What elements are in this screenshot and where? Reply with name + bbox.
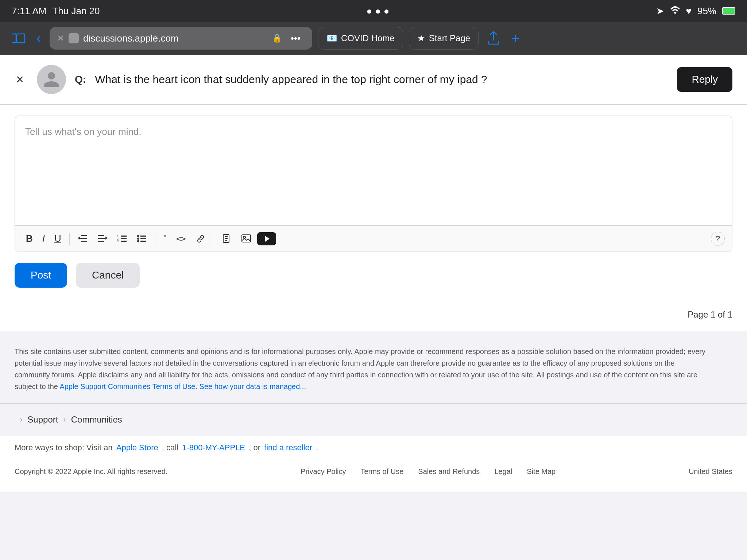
breadcrumb: › Support › Communities bbox=[15, 415, 732, 425]
post-button[interactable]: Post bbox=[15, 263, 67, 288]
svg-point-19 bbox=[137, 235, 139, 237]
svg-rect-12 bbox=[121, 241, 127, 242]
svg-rect-4 bbox=[81, 241, 87, 242]
start-page-label: Start Page bbox=[429, 33, 470, 43]
reseller-link[interactable]: find a reseller bbox=[264, 443, 312, 452]
terms-link[interactable]: Apple Support Communities Terms of Use bbox=[59, 382, 195, 390]
copyright-text: Copyright © 2022 Apple Inc. All rights r… bbox=[15, 467, 167, 476]
ordered-list-button[interactable]: 1. 2. 3. bbox=[113, 232, 131, 246]
close-tab-icon[interactable]: ✕ bbox=[57, 33, 64, 43]
support-breadcrumb[interactable]: Support bbox=[27, 415, 58, 425]
svg-point-20 bbox=[137, 237, 139, 240]
user-avatar bbox=[37, 65, 66, 94]
site-icon bbox=[69, 33, 79, 43]
status-bar: 7:11 AM Thu Jan 20 ●●● ➤ ♥ 95% bbox=[0, 0, 747, 22]
text-editor: B I U bbox=[15, 116, 732, 252]
back-button[interactable]: ‹ bbox=[34, 28, 44, 49]
lock-icon: 🔒 bbox=[272, 34, 282, 43]
data-managed-link[interactable]: See how your data is managed... bbox=[200, 382, 306, 390]
svg-rect-17 bbox=[140, 238, 146, 239]
svg-rect-26 bbox=[242, 235, 251, 242]
covid-bookmark-button[interactable]: 📧 COVID Home bbox=[318, 27, 403, 50]
location-icon: ➤ bbox=[656, 5, 664, 17]
chevron-icon-1: › bbox=[20, 415, 22, 424]
svg-marker-5 bbox=[78, 237, 80, 240]
svg-point-21 bbox=[137, 240, 139, 242]
sales-refunds-link[interactable]: Sales and Refunds bbox=[418, 467, 480, 476]
separator-1 bbox=[69, 233, 70, 245]
outdent-button[interactable] bbox=[74, 232, 92, 246]
svg-rect-1 bbox=[16, 34, 25, 43]
privacy-policy-link[interactable]: Privacy Policy bbox=[301, 467, 346, 476]
question-text: What is the heart icon that suddenly app… bbox=[95, 72, 668, 87]
reply-form: B I U bbox=[0, 105, 747, 299]
indent-button[interactable] bbox=[94, 232, 111, 246]
sidebar-toggle-button[interactable] bbox=[9, 30, 28, 47]
pagination: Page 1 of 1 bbox=[0, 299, 747, 331]
attachment-button[interactable] bbox=[218, 231, 235, 247]
svg-rect-8 bbox=[98, 241, 104, 242]
italic-button[interactable]: I bbox=[39, 230, 49, 247]
page-content: × Q: What is the heart icon that suddenl… bbox=[0, 55, 747, 492]
covid-label: COVID Home bbox=[341, 33, 395, 43]
battery-display: 95% bbox=[697, 5, 716, 17]
status-bar-left: 7:11 AM Thu Jan 20 bbox=[12, 5, 100, 17]
unordered-list-button[interactable] bbox=[133, 232, 151, 246]
heart-status-icon: ♥ bbox=[686, 5, 692, 17]
separator-3 bbox=[214, 233, 214, 245]
site-map-link[interactable]: Site Map bbox=[527, 467, 556, 476]
phone-link[interactable]: 1-800-MY-APPLE bbox=[182, 443, 245, 452]
video-button[interactable] bbox=[257, 232, 276, 245]
wifi-icon bbox=[670, 5, 680, 17]
svg-rect-6 bbox=[98, 235, 104, 236]
chevron-icon-2: › bbox=[63, 415, 66, 424]
footer-links: Privacy Policy Terms of Use Sales and Re… bbox=[301, 467, 556, 476]
time-display: 7:11 AM bbox=[12, 5, 46, 17]
underline-button[interactable]: U bbox=[51, 230, 65, 247]
page-options-button[interactable]: ••• bbox=[286, 31, 305, 46]
form-actions: Post Cancel bbox=[15, 263, 732, 288]
covid-icon: 📧 bbox=[326, 33, 337, 43]
svg-rect-18 bbox=[140, 241, 146, 242]
battery-icon bbox=[722, 7, 735, 15]
quote-button[interactable]: " bbox=[160, 230, 170, 247]
disclaimer-text: This site contains user submitted conten… bbox=[15, 346, 708, 392]
question-header: × Q: What is the heart icon that suddenl… bbox=[0, 55, 747, 105]
url-display[interactable]: discussions.apple.com bbox=[83, 33, 268, 44]
country-text: United States bbox=[689, 467, 732, 476]
footer-shopping: More ways to shop: Visit an Apple Store … bbox=[0, 436, 747, 460]
reply-button[interactable]: Reply bbox=[677, 67, 732, 92]
svg-rect-7 bbox=[98, 238, 105, 239]
terms-of-use-link[interactable]: Terms of Use bbox=[361, 467, 404, 476]
cancel-button[interactable]: Cancel bbox=[76, 263, 140, 288]
communities-breadcrumb[interactable]: Communities bbox=[71, 415, 122, 425]
share-button[interactable] bbox=[484, 28, 503, 48]
close-button[interactable]: × bbox=[15, 70, 25, 89]
code-button[interactable]: <> bbox=[173, 231, 190, 246]
image-button[interactable] bbox=[237, 231, 255, 246]
status-bar-right: ➤ ♥ 95% bbox=[656, 5, 735, 17]
start-page-button[interactable]: ★ Start Page bbox=[409, 27, 479, 50]
question-prefix: Q: bbox=[75, 74, 86, 85]
editor-toolbar: B I U bbox=[15, 225, 732, 252]
bold-button[interactable]: B bbox=[22, 230, 36, 247]
apple-store-link[interactable]: Apple Store bbox=[116, 443, 158, 452]
footer-nav: › Support › Communities bbox=[0, 403, 747, 436]
svg-rect-11 bbox=[121, 238, 127, 239]
footer-disclaimer: This site contains user submitted conten… bbox=[0, 331, 747, 403]
help-button[interactable]: ? bbox=[711, 232, 725, 246]
legal-link[interactable]: Legal bbox=[494, 467, 512, 476]
new-tab-button[interactable]: + bbox=[508, 27, 523, 50]
svg-rect-2 bbox=[81, 235, 87, 236]
separator-2 bbox=[155, 233, 155, 245]
reply-textarea[interactable] bbox=[15, 116, 732, 225]
svg-marker-28 bbox=[265, 236, 270, 242]
link-button[interactable] bbox=[192, 232, 209, 246]
date-display: Thu Jan 20 bbox=[52, 5, 100, 17]
footer-bottom: Copyright © 2022 Apple Inc. All rights r… bbox=[0, 460, 747, 483]
svg-text:3.: 3. bbox=[117, 240, 119, 242]
address-bar[interactable]: ✕ discussions.apple.com 🔒 ••• bbox=[50, 27, 312, 50]
svg-rect-10 bbox=[121, 236, 127, 237]
page-info: Page 1 of 1 bbox=[688, 310, 732, 320]
svg-text:1.: 1. bbox=[117, 235, 119, 237]
